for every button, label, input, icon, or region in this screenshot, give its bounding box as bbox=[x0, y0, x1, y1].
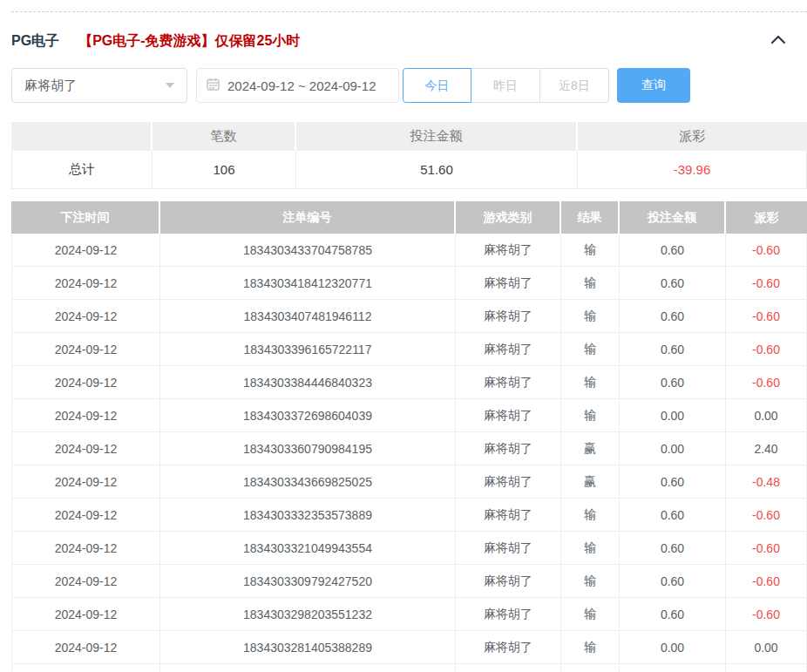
panel-title: PG电子 bbox=[11, 32, 59, 51]
cell-bet-amount: 0.60 bbox=[620, 598, 726, 631]
cell-bet-amount: 0.60 bbox=[620, 499, 726, 532]
collapse-panel-button[interactable] bbox=[769, 31, 788, 49]
cell-result: 输 bbox=[561, 234, 620, 267]
cell-result: 赢 bbox=[561, 432, 620, 465]
cell-payout: -0.60 bbox=[726, 532, 807, 565]
table-row: 2024-09-121834303332353573889麻将胡了输0.60-0… bbox=[11, 499, 807, 532]
chevron-up-icon bbox=[770, 32, 786, 48]
header-bet-time: 下注时间 bbox=[11, 201, 160, 234]
filter-controls: 麻将胡了 2024-09-12 ~ 2024-09-12 今日 昨日 近8日 查… bbox=[11, 68, 807, 103]
cell-bet-id: 1834303418412320771 bbox=[160, 267, 456, 300]
table-row: 2024-09-121834303433704758785麻将胡了输0.60-0… bbox=[11, 234, 807, 267]
cell-bet-amount: 0.60 bbox=[620, 234, 726, 267]
cell-payout: -0.60 bbox=[726, 300, 807, 333]
table-row-partial bbox=[11, 664, 807, 672]
cell-bet-time: 2024-09-12 bbox=[11, 234, 160, 267]
summary-header-bet-amount: 投注金额 bbox=[296, 122, 578, 151]
header-bet-id: 注单编号 bbox=[160, 201, 456, 234]
cell-bet-time: 2024-09-12 bbox=[11, 465, 160, 499]
panel-notice: 【PG电子-免费游戏】仅保留25小时 bbox=[78, 32, 300, 51]
cell-game-type: 麻将胡了 bbox=[456, 366, 561, 399]
summary-table: 笔数 投注金额 派彩 总计 106 51.60 -39.96 bbox=[11, 122, 807, 189]
cell-bet-amount: 0.60 bbox=[620, 565, 726, 598]
cell-result: 输 bbox=[561, 598, 620, 631]
table-row: 2024-09-121834303309792427520麻将胡了输0.60-0… bbox=[11, 565, 807, 598]
calendar-icon bbox=[207, 78, 220, 93]
yesterday-button[interactable]: 昨日 bbox=[471, 68, 540, 103]
table-row: 2024-09-121834303407481946112麻将胡了输0.60-0… bbox=[11, 300, 807, 333]
cell-payout: -0.60 bbox=[726, 333, 807, 366]
last-8-days-button[interactable]: 近8日 bbox=[540, 68, 609, 103]
cell-bet-time: 2024-09-12 bbox=[11, 366, 160, 399]
cell-bet-amount: 0.00 bbox=[620, 432, 726, 465]
cell-bet-amount: 0.00 bbox=[620, 631, 726, 664]
table-row: 2024-09-121834303343669825025麻将胡了赢0.60-0… bbox=[11, 465, 807, 499]
cell-bet-time: 2024-09-12 bbox=[11, 399, 160, 432]
table-row: 2024-09-121834303418412320771麻将胡了输0.60-0… bbox=[11, 267, 807, 300]
cell-bet-amount: 0.60 bbox=[620, 267, 726, 300]
summary-header-count: 笔数 bbox=[153, 122, 296, 151]
summary-total-bet-amount: 51.60 bbox=[296, 151, 578, 189]
cell-result: 输 bbox=[561, 366, 620, 399]
cell-bet-id: 1834303396165722117 bbox=[160, 333, 456, 366]
cell-bet-id: 1834303360790984195 bbox=[160, 432, 456, 465]
cell-bet-id: 1834303384446840323 bbox=[160, 366, 456, 399]
cell-bet-id: 1834303407481946112 bbox=[160, 300, 456, 333]
cell-bet-time: 2024-09-12 bbox=[11, 267, 160, 300]
cell-game-type: 麻将胡了 bbox=[456, 333, 561, 366]
bet-table-header-row: 下注时间 注单编号 游戏类别 结果 投注金额 派彩 bbox=[11, 201, 807, 234]
chevron-down-icon bbox=[166, 83, 174, 88]
cell-bet-time: 2024-09-12 bbox=[11, 598, 160, 631]
cell-bet-time: 2024-09-12 bbox=[11, 333, 160, 366]
game-select-value: 麻将胡了 bbox=[24, 78, 77, 94]
date-range-input[interactable]: 2024-09-12 ~ 2024-09-12 bbox=[196, 68, 399, 103]
cell-bet-amount: 0.60 bbox=[620, 300, 726, 333]
cell-payout: 2.40 bbox=[726, 432, 807, 465]
table-row: 2024-09-121834303360790984195麻将胡了赢0.002.… bbox=[11, 432, 807, 465]
search-button[interactable]: 查询 bbox=[617, 68, 690, 103]
cell-payout: -0.60 bbox=[726, 234, 807, 267]
cell-payout: -0.60 bbox=[726, 267, 807, 300]
cell-game-type: 麻将胡了 bbox=[456, 267, 561, 300]
summary-total-row: 总计 106 51.60 -39.96 bbox=[11, 151, 807, 189]
cell-bet-amount: 0.60 bbox=[620, 532, 726, 565]
cell-bet-amount: 0.00 bbox=[620, 399, 726, 432]
cell-bet-amount: 0.60 bbox=[620, 465, 726, 499]
cell-bet-time: 2024-09-12 bbox=[11, 300, 160, 333]
cell-bet-id: 1834303298203551232 bbox=[160, 598, 456, 631]
cell-payout: -0.60 bbox=[726, 366, 807, 399]
header-payout: 派彩 bbox=[726, 201, 807, 234]
game-select[interactable]: 麻将胡了 bbox=[11, 68, 187, 103]
cell-game-type: 麻将胡了 bbox=[456, 598, 561, 631]
cell-game-type: 麻将胡了 bbox=[456, 234, 561, 267]
cell-payout: -0.60 bbox=[726, 565, 807, 598]
cell-result: 输 bbox=[561, 499, 620, 532]
cell-bet-id: 1834303309792427520 bbox=[160, 565, 456, 598]
cell-result: 输 bbox=[561, 532, 620, 565]
cell-game-type: 麻将胡了 bbox=[456, 399, 561, 432]
cell-result: 输 bbox=[561, 399, 620, 432]
header-result: 结果 bbox=[561, 201, 620, 234]
cell-game-type: 麻将胡了 bbox=[456, 499, 561, 532]
dashed-divider bbox=[11, 11, 807, 12]
table-row: 2024-09-121834303372698604039麻将胡了输0.000.… bbox=[11, 399, 807, 432]
cell-game-type: 麻将胡了 bbox=[456, 300, 561, 333]
today-button[interactable]: 今日 bbox=[403, 68, 471, 103]
cell-bet-time: 2024-09-12 bbox=[11, 432, 160, 465]
cell-result: 输 bbox=[561, 565, 620, 598]
cell-payout: 0.00 bbox=[726, 399, 807, 432]
panel-header: PG电子 【PG电子-免费游戏】仅保留25小时 bbox=[11, 32, 807, 50]
cell-bet-time: 2024-09-12 bbox=[11, 565, 160, 598]
cell-bet-id: 1834303433704758785 bbox=[160, 234, 456, 267]
cell-bet-time: 2024-09-12 bbox=[11, 532, 160, 565]
cell-bet-time: 2024-09-12 bbox=[11, 499, 160, 532]
cell-result: 输 bbox=[561, 300, 620, 333]
cell-bet-id: 1834303321049943554 bbox=[160, 532, 456, 565]
cell-payout: -0.48 bbox=[726, 465, 807, 499]
summary-total-count: 106 bbox=[153, 151, 296, 189]
cell-game-type: 麻将胡了 bbox=[456, 432, 561, 465]
summary-header-payout: 派彩 bbox=[578, 122, 807, 151]
bet-table-body: 2024-09-121834303433704758785麻将胡了输0.60-0… bbox=[11, 234, 807, 672]
cell-result: 输 bbox=[561, 333, 620, 366]
date-range-value: 2024-09-12 ~ 2024-09-12 bbox=[227, 78, 376, 93]
